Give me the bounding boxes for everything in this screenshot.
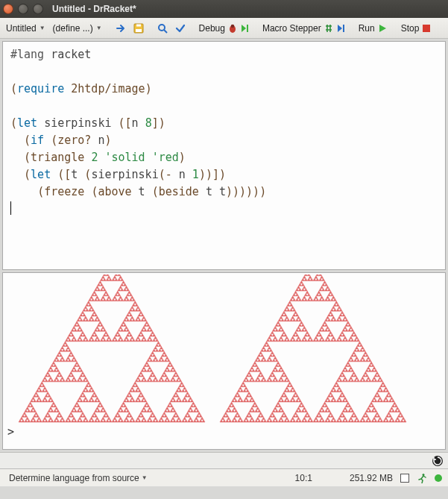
- save-button[interactable]: [130, 22, 147, 35]
- repl-prompt: >: [7, 425, 441, 439]
- window-maximize-button[interactable]: [33, 4, 43, 14]
- check-syntax-button[interactable]: [172, 22, 189, 35]
- window-minimize-button[interactable]: [18, 4, 28, 14]
- definitions-pane: #lang racket (require 2htdp/image) (let …: [2, 41, 446, 270]
- svg-rect-6: [247, 25, 248, 32]
- hash-icon: [324, 23, 334, 34]
- play-icon: [377, 23, 388, 34]
- step-forward-icon: [336, 24, 345, 33]
- svg-point-3: [159, 25, 165, 31]
- definitions-dropdown[interactable]: (define ...) ▼: [50, 22, 105, 35]
- stop-button[interactable]: Stop: [398, 22, 435, 35]
- search-button[interactable]: [154, 22, 171, 35]
- language-chooser[interactable]: Determine language from source ▼: [6, 471, 151, 485]
- titlebar: Untitled - DrRacket*: [0, 0, 448, 18]
- interactions-area[interactable]: >: [3, 273, 445, 449]
- language-label: Determine language from source: [9, 473, 139, 483]
- status-dot-icon: [435, 474, 442, 482]
- recycle-icon[interactable]: [432, 455, 444, 467]
- save-icon: [133, 23, 144, 34]
- sierpinski-output: [7, 274, 441, 424]
- chevron-down-icon: ▼: [40, 25, 45, 31]
- arrow-right-icon: [116, 23, 126, 34]
- window-title: Untitled - DrRacket*: [52, 4, 136, 14]
- go-forward-button[interactable]: [113, 22, 129, 35]
- run-button[interactable]: Run: [356, 22, 391, 35]
- macro-stepper-button[interactable]: Macro Stepper: [259, 22, 348, 35]
- svg-rect-7: [343, 25, 344, 32]
- running-man-icon: [417, 473, 427, 483]
- mid-status-bar: [0, 452, 448, 468]
- chevron-down-icon: ▼: [96, 25, 102, 31]
- run-label: Run: [359, 23, 375, 34]
- svg-rect-8: [423, 25, 430, 32]
- svg-rect-1: [136, 24, 141, 26]
- filename-dropdown[interactable]: Untitled ▼: [3, 22, 48, 35]
- fractal-svg: [7, 274, 425, 424]
- debug-button[interactable]: Debug: [196, 22, 252, 35]
- svg-point-5: [231, 24, 235, 28]
- filename-label: Untitled: [6, 23, 37, 34]
- memory-usage: 251.92 MB: [350, 473, 393, 483]
- chevron-down-icon: ▼: [142, 474, 148, 481]
- definitions-label: (define ...): [53, 23, 93, 34]
- gc-box-icon[interactable]: [400, 474, 409, 483]
- status-bar: Determine language from source ▼ 10:1 25…: [0, 468, 448, 486]
- debug-label: Debug: [199, 23, 225, 34]
- code-editor[interactable]: #lang racket (require 2htdp/image) (let …: [3, 42, 445, 269]
- macro-stepper-label: Macro Stepper: [262, 23, 321, 34]
- cursor-position: 10:1: [295, 473, 312, 483]
- magnifier-icon: [157, 23, 168, 34]
- interactions-pane: >: [2, 272, 446, 450]
- stop-label: Stop: [401, 23, 420, 34]
- window-close-button[interactable]: [3, 4, 13, 14]
- svg-rect-2: [136, 29, 142, 32]
- bug-icon: [227, 23, 238, 34]
- check-icon: [175, 23, 186, 34]
- stop-icon: [421, 23, 432, 34]
- toolbar: Untitled ▼ (define ...) ▼ Debug Macro St…: [0, 18, 448, 39]
- step-forward-icon: [240, 24, 249, 33]
